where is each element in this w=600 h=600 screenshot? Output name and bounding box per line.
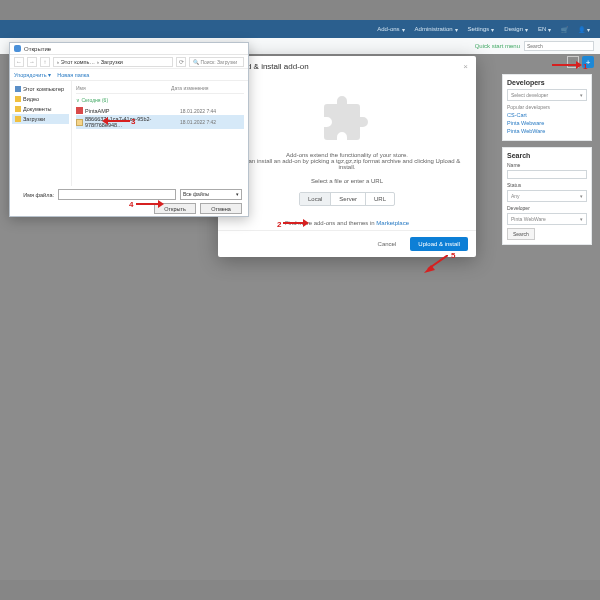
tab-url[interactable]: URL: [366, 193, 394, 205]
nav-back-icon[interactable]: ←: [14, 57, 24, 67]
nav-design[interactable]: Design ▾: [500, 24, 532, 35]
filename-label: Имя файла:: [16, 192, 54, 198]
nav-fwd-icon[interactable]: →: [27, 57, 37, 67]
upload-addon-modal: Upload & install add-on × Add-ons extend…: [218, 56, 476, 257]
quick-start-link[interactable]: Quick start menu: [475, 43, 520, 49]
file-search-input[interactable]: 🔍 Поиск: Загрузки: [189, 57, 244, 67]
developer-label: Developer: [507, 205, 587, 211]
nav-settings[interactable]: Settings ▾: [464, 24, 499, 35]
nav-lang[interactable]: EN ▾: [534, 24, 555, 35]
name-input[interactable]: [507, 170, 587, 179]
filetype-select[interactable]: Все файлы▾: [180, 189, 242, 200]
user-icon[interactable]: 👤 ▾: [574, 24, 594, 35]
marketplace-text: Find more add-ons and themes in: [285, 220, 376, 226]
annotation-1: 1: [583, 62, 587, 71]
tree-videos[interactable]: Видео: [12, 94, 69, 104]
puzzle-icon: [322, 91, 372, 141]
popular-devs-label: Popular developers: [507, 104, 587, 110]
tab-local[interactable]: Local: [300, 193, 331, 205]
tree-downloads[interactable]: Загрузки: [12, 114, 69, 124]
developers-heading: Developers: [507, 79, 587, 86]
global-search-input[interactable]: [524, 41, 594, 51]
file-row[interactable]: 8866637f-1ca7-41ce-95b2-978f768e948…18.0…: [76, 115, 244, 129]
sidebar: Developers Select developer▾ Popular dev…: [502, 74, 592, 251]
tree-this-pc[interactable]: Этот компьютер: [12, 84, 69, 94]
dev-link-pinta2[interactable]: Pinta WebWare: [507, 128, 587, 134]
folder-tree: Этот компьютер Видео Документы Загрузки: [10, 81, 72, 186]
col-name[interactable]: Имя: [76, 85, 171, 91]
organize-menu[interactable]: Упорядочить ▾: [14, 72, 51, 78]
gear-icon[interactable]: ⚙: [567, 56, 579, 68]
file-list: ИмяДата изменения ∨ Сегодня (6) PintaAMP…: [72, 81, 248, 186]
annotation-3: 3: [131, 117, 135, 126]
file-row[interactable]: PintaAMP18.01.2022 7:44: [76, 106, 244, 115]
annotation-5: 5: [451, 251, 455, 260]
search-heading: Search: [507, 152, 587, 159]
select-file-label: Select a file or enter a URL: [230, 178, 464, 184]
nav-addons[interactable]: Add-ons ▾: [373, 24, 408, 35]
developer-select[interactable]: Select developer▾: [507, 89, 587, 101]
admin-top-nav: Add-ons ▾ Administration ▾ Settings ▾ De…: [0, 20, 600, 38]
cart-icon[interactable]: 🛒: [557, 24, 572, 35]
search-button[interactable]: Search: [507, 228, 535, 240]
col-date[interactable]: Дата изменения: [171, 85, 221, 91]
developer-filter[interactable]: Pinta WebWare▾: [507, 213, 587, 225]
nav-admin[interactable]: Administration ▾: [411, 24, 462, 35]
refresh-icon[interactable]: ⟳: [176, 57, 186, 67]
cancel-file-button[interactable]: Отмена: [200, 203, 242, 214]
annotation-4: 4: [129, 200, 133, 209]
name-label: Name: [507, 162, 587, 168]
app-icon: [14, 45, 21, 52]
group-today: ∨ Сегодня (6): [76, 97, 244, 103]
source-tabs: Local Server URL: [299, 192, 395, 206]
file-open-dialog: Открытие ← → ↑ › Этот компь… › Загрузки …: [9, 42, 249, 217]
dialog-title: Открытие: [24, 46, 51, 52]
marketplace-link[interactable]: Marketplace: [376, 220, 409, 226]
cancel-button[interactable]: Cancel: [370, 237, 405, 251]
dev-link-cscart[interactable]: CS-Cart: [507, 112, 587, 118]
open-button[interactable]: Открыть: [154, 203, 196, 214]
close-icon[interactable]: ×: [463, 62, 468, 71]
dev-link-pinta1[interactable]: Pinta Webware: [507, 120, 587, 126]
filename-input[interactable]: [58, 189, 176, 200]
breadcrumb[interactable]: › Этот компь… › Загрузки: [53, 57, 173, 67]
tree-documents[interactable]: Документы: [12, 104, 69, 114]
modal-desc-2: You can install an add-on by picking a t…: [230, 158, 464, 170]
status-label: Status: [507, 182, 587, 188]
nav-up-icon[interactable]: ↑: [40, 57, 50, 67]
status-select[interactable]: Any▾: [507, 190, 587, 202]
tab-server[interactable]: Server: [331, 193, 366, 205]
new-folder-button[interactable]: Новая папка: [57, 72, 89, 78]
annotation-2: 2: [277, 220, 281, 229]
upload-install-button[interactable]: Upload & install: [410, 237, 468, 251]
